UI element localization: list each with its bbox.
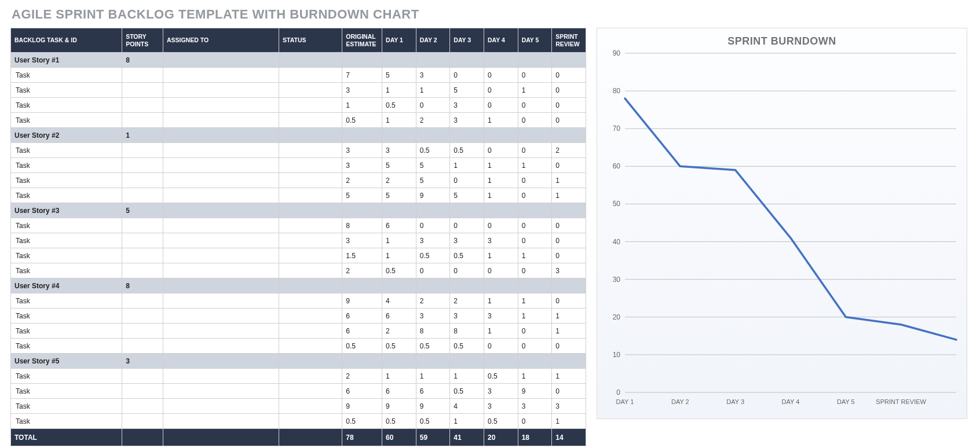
task-name: Task — [11, 293, 122, 309]
story-points: 8 — [122, 53, 163, 68]
task-assigned — [163, 158, 279, 173]
task-row: Task6660.5390 — [11, 384, 586, 399]
task-name: Task — [11, 218, 122, 233]
story-blank — [342, 53, 382, 68]
task-day: 1 — [484, 173, 518, 188]
task-day: 0 — [450, 68, 484, 83]
story-points: 5 — [122, 203, 163, 218]
task-day: 1 — [450, 369, 484, 384]
col-day2: DAY 2 — [416, 28, 450, 53]
task-status — [279, 263, 342, 278]
svg-text:DAY 2: DAY 2 — [671, 398, 689, 405]
task-day: 0 — [518, 339, 552, 354]
task-day: 0 — [552, 339, 586, 354]
task-day: 0 — [552, 83, 586, 98]
story-blank — [342, 354, 382, 369]
task-day: 1 — [450, 158, 484, 173]
task-name: Task — [11, 68, 122, 83]
task-points — [122, 399, 163, 414]
story-blank — [450, 354, 484, 369]
total-day: 60 — [382, 429, 416, 446]
story-blank — [279, 128, 342, 143]
task-day: 3 — [416, 309, 450, 324]
task-points — [122, 173, 163, 188]
task-est: 0.5 — [342, 414, 382, 429]
story-blank — [484, 53, 518, 68]
page-title: AGILE SPRINT BACKLOG TEMPLATE WITH BURND… — [12, 7, 970, 22]
task-day: 5 — [416, 158, 450, 173]
task-points — [122, 68, 163, 83]
task-assigned — [163, 309, 279, 324]
col-day1: DAY 1 — [382, 28, 416, 53]
burndown-chart: SPRINT BURNDOWN 0102030405060708090DAY 1… — [597, 28, 967, 419]
task-day: 0.5 — [416, 248, 450, 263]
task-day: 0 — [518, 143, 552, 158]
story-blank — [279, 203, 342, 218]
task-day: 0 — [552, 233, 586, 248]
task-name: Task — [11, 158, 122, 173]
task-est: 1.5 — [342, 248, 382, 263]
task-day: 0 — [518, 173, 552, 188]
task-day: 0 — [416, 263, 450, 278]
task-assigned — [163, 143, 279, 158]
total-label: TOTAL — [11, 429, 122, 446]
task-assigned — [163, 339, 279, 354]
svg-text:DAY 4: DAY 4 — [782, 398, 800, 405]
story-blank — [552, 203, 586, 218]
task-row: Task5595101 — [11, 188, 586, 203]
task-status — [279, 248, 342, 263]
story-row: User Story #48 — [11, 278, 586, 293]
task-points — [122, 113, 163, 128]
task-day: 8 — [416, 324, 450, 339]
task-assigned — [163, 369, 279, 384]
task-day: 8 — [450, 324, 484, 339]
col-orig-est: ORIGINAL ESTIMATE — [342, 28, 382, 53]
task-day: 1 — [518, 83, 552, 98]
task-day: 0 — [484, 83, 518, 98]
story-blank — [163, 203, 279, 218]
task-day: 1 — [518, 158, 552, 173]
task-status — [279, 399, 342, 414]
story-blank — [416, 354, 450, 369]
task-day: 0.5 — [416, 414, 450, 429]
task-status — [279, 369, 342, 384]
total-row: TOTAL78605941201814 — [11, 429, 586, 446]
story-name: User Story #3 — [11, 203, 122, 218]
task-day: 0 — [552, 218, 586, 233]
story-row: User Story #35 — [11, 203, 586, 218]
task-assigned — [163, 399, 279, 414]
task-est: 2 — [342, 263, 382, 278]
task-day: 5 — [382, 68, 416, 83]
task-name: Task — [11, 143, 122, 158]
task-row: Task9422110 — [11, 293, 586, 309]
task-day: 0 — [518, 98, 552, 113]
task-row: Task10.503000 — [11, 98, 586, 113]
svg-text:DAY 1: DAY 1 — [616, 398, 634, 405]
layout: BACKLOG TASK & ID STORY POINTS ASSIGNED … — [10, 28, 970, 446]
story-row: User Story #53 — [11, 354, 586, 369]
task-day: 0.5 — [416, 143, 450, 158]
task-day: 0 — [450, 173, 484, 188]
task-day: 0 — [518, 218, 552, 233]
task-row: Task7530000 — [11, 68, 586, 83]
story-blank — [484, 128, 518, 143]
task-assigned — [163, 113, 279, 128]
task-assigned — [163, 218, 279, 233]
task-day: 0 — [484, 98, 518, 113]
task-row: Task21110.511 — [11, 369, 586, 384]
task-status — [279, 233, 342, 248]
story-blank — [484, 354, 518, 369]
task-row: Task6633311 — [11, 309, 586, 324]
task-day: 3 — [518, 399, 552, 414]
task-day: 0 — [552, 113, 586, 128]
task-day: 3 — [450, 113, 484, 128]
backlog-table-wrap: BACKLOG TASK & ID STORY POINTS ASSIGNED … — [10, 28, 586, 446]
task-est: 0.5 — [342, 339, 382, 354]
task-points — [122, 188, 163, 203]
task-day: 0 — [484, 339, 518, 354]
task-est: 7 — [342, 68, 382, 83]
story-blank — [552, 128, 586, 143]
task-day: 3 — [484, 309, 518, 324]
task-est: 6 — [342, 309, 382, 324]
task-status — [279, 218, 342, 233]
